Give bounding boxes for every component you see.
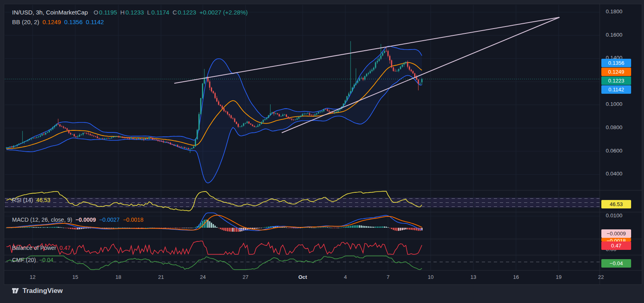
cmf-legend-row[interactable]: CMF (20) −0.04 <box>12 257 54 263</box>
time-tick-label: 15 <box>72 274 78 280</box>
time-tick-label: 12 <box>30 274 35 280</box>
bb-basis-badge: 0.1249 <box>601 68 631 76</box>
low-label: L <box>147 9 151 16</box>
bop-title: Balance of Power <box>12 245 56 251</box>
macd-signal-value: −0.0018 <box>123 216 143 223</box>
time-tick-label: 18 <box>116 274 121 280</box>
rsi-value: 46.53 <box>36 197 50 203</box>
rsi-value-badge: 46.53 <box>601 200 631 208</box>
high-label: H <box>120 9 125 16</box>
close-value: 0.1223 <box>178 9 196 16</box>
bb-title: BB (20, 2) <box>12 19 39 25</box>
symbol-title: IN/USD, 3h, CoinMarketCap <box>12 9 88 16</box>
bop-legend-row[interactable]: Balance of Power 0.47 <box>12 245 70 251</box>
high-value: 0.1233 <box>126 9 144 16</box>
price-tick-label: 0.0600 <box>606 148 622 154</box>
change-value: +0.0027 (+2.28%) <box>199 9 248 16</box>
tradingview-logo[interactable]: TradingView <box>11 287 63 295</box>
time-tick-label: 22 <box>598 274 604 280</box>
macd-signal-badge: −0.0018 <box>601 238 631 241</box>
bb-lower-badge: 0.1142 <box>601 85 631 94</box>
cmf-title: CMF (20) <box>12 257 36 263</box>
price-tick-label: 0.1600 <box>606 32 622 38</box>
bop-value-badge: 0.47 <box>601 241 631 250</box>
macd-title: MACD (12, 26, close, 9) <box>12 216 72 223</box>
price-tick-label: 0.1000 <box>606 101 622 107</box>
low-value: 0.1174 <box>151 9 169 16</box>
price-tick-label: 0.0100 <box>606 212 622 218</box>
price-tick-label: 0.0800 <box>606 124 622 130</box>
chart-canvas[interactable] <box>0 0 644 303</box>
time-tick-label: 24 <box>200 274 206 280</box>
time-tick-label: 7 <box>386 274 389 280</box>
macd-legend-row[interactable]: MACD (12, 26, close, 9) −0.0009 −0.0027 … <box>12 216 143 223</box>
macd-hist-badge: −0.0009 <box>601 229 631 238</box>
bb-basis-value: 0.1249 <box>43 19 61 25</box>
cmf-value: −0.04 <box>39 257 53 263</box>
time-tick-label: 16 <box>513 274 519 280</box>
open-value: 0.1195 <box>99 9 117 16</box>
time-tick-label: 21 <box>158 274 164 280</box>
macd-line-value: −0.0027 <box>99 216 120 223</box>
rsi-title: RSI (14) <box>12 197 33 203</box>
tradingview-glyph-icon <box>11 287 20 295</box>
open-label: O <box>93 9 98 16</box>
rsi-legend-row[interactable]: RSI (14) 46.53 <box>12 197 50 203</box>
time-tick-label: 19 <box>556 274 561 280</box>
bb-legend-row[interactable]: BB (20, 2) 0.1249 0.1356 0.1142 <box>12 19 104 25</box>
tradingview-wordmark: TradingView <box>23 287 63 295</box>
last-price-badge: 0.1223 <box>601 76 631 85</box>
price-tick-label: 0.1800 <box>606 8 622 14</box>
bb-lower-value: 0.1142 <box>86 19 104 25</box>
close-label: C <box>173 9 177 16</box>
cmf-value-badge: −0.04 <box>601 259 631 268</box>
time-tick-label: Oct <box>298 274 307 280</box>
time-tick-label: 4 <box>344 274 347 280</box>
time-tick-label: 10 <box>428 274 433 280</box>
bop-value: 0.47 <box>60 245 70 251</box>
macd-hist-value: −0.0009 <box>75 216 96 223</box>
price-tick-label: 0.0400 <box>606 171 622 177</box>
time-tick-label: 13 <box>471 274 476 280</box>
bb-upper-badge: 0.1356 <box>601 59 631 67</box>
time-tick-label: 27 <box>243 274 248 280</box>
symbol-legend-row[interactable]: IN/USD, 3h, CoinMarketCap O0.1195 H0.123… <box>12 9 248 16</box>
bb-upper-value: 0.1356 <box>64 19 83 25</box>
